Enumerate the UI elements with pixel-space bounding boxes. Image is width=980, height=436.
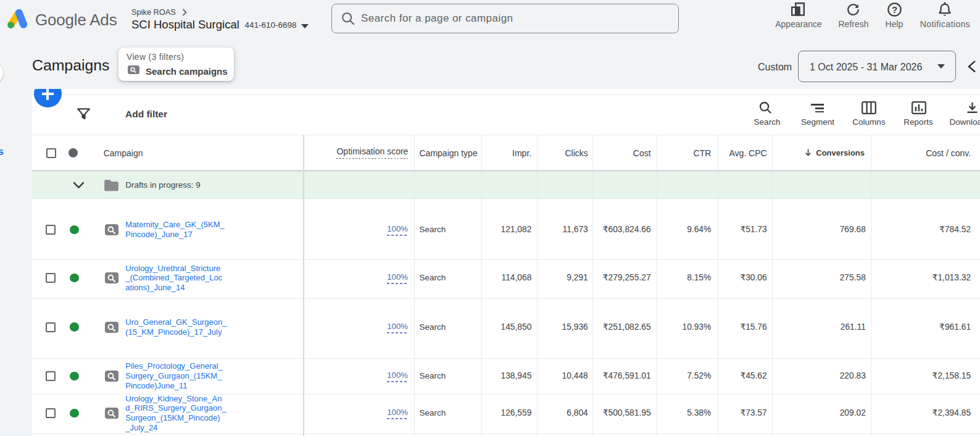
svg-text:?: ?: [892, 4, 897, 15]
